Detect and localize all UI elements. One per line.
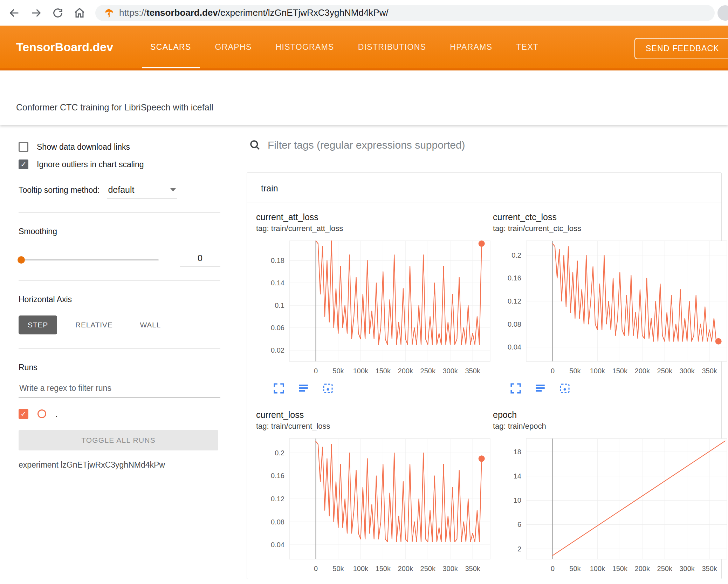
svg-text:250k: 250k bbox=[657, 367, 673, 375]
run-checkbox[interactable] bbox=[19, 409, 28, 419]
chart-title: current_ctc_loss bbox=[493, 212, 728, 222]
svg-text:250k: 250k bbox=[657, 565, 673, 572]
svg-text:200k: 200k bbox=[398, 367, 413, 375]
svg-text:100k: 100k bbox=[590, 367, 605, 375]
run-name: . bbox=[55, 409, 58, 419]
svg-text:100k: 100k bbox=[353, 367, 369, 375]
svg-text:100k: 100k bbox=[353, 565, 369, 572]
axis-wall-button[interactable]: WALL bbox=[131, 315, 170, 334]
filter-tags-input[interactable] bbox=[268, 139, 720, 151]
svg-text:0.08: 0.08 bbox=[508, 320, 521, 328]
chart-current-att-loss: current_att_loss tag: train/current_att_… bbox=[256, 212, 493, 394]
section-title[interactable]: train bbox=[247, 173, 721, 203]
tensorboard-favicon bbox=[104, 8, 114, 18]
profile-avatar[interactable] bbox=[717, 5, 728, 21]
svg-text:200k: 200k bbox=[635, 367, 650, 375]
show-download-links-checkbox[interactable] bbox=[19, 142, 28, 152]
smoothing-slider[interactable] bbox=[19, 259, 159, 260]
tab-graphs[interactable]: GRAPHS bbox=[203, 26, 264, 68]
tab-scalars[interactable]: SCALARS bbox=[138, 26, 203, 68]
svg-text:0.02: 0.02 bbox=[271, 346, 284, 354]
expand-chart-icon[interactable] bbox=[510, 382, 522, 394]
svg-text:14: 14 bbox=[514, 472, 521, 480]
svg-text:300k: 300k bbox=[679, 367, 695, 375]
tab-histograms[interactable]: HISTOGRAMS bbox=[264, 26, 346, 68]
tooltip-sorting-label: Tooltip sorting method: bbox=[19, 185, 99, 195]
experiment-subtitle: Conformer CTC training for LibriSpeech w… bbox=[0, 70, 728, 125]
svg-text:250k: 250k bbox=[420, 565, 436, 572]
svg-text:10: 10 bbox=[514, 496, 521, 504]
show-download-links-label: Show data download links bbox=[37, 142, 130, 152]
svg-text:0.16: 0.16 bbox=[271, 472, 284, 480]
line-chart[interactable]: 050k100k150k200k250k300k350k0.040.080.12… bbox=[256, 436, 493, 579]
fit-domain-icon[interactable] bbox=[559, 382, 571, 394]
brand-title: TensorBoard.dev bbox=[16, 40, 113, 54]
toggle-all-runs-button[interactable]: TOGGLE ALL RUNS bbox=[19, 430, 218, 450]
svg-text:300k: 300k bbox=[442, 565, 458, 572]
line-chart[interactable]: 050k100k150k200k250k300k350k26101418 bbox=[493, 436, 728, 579]
smoothing-value-field[interactable]: 0 bbox=[180, 253, 220, 266]
svg-text:350k: 350k bbox=[465, 367, 480, 375]
chart-tag: tag: train/epoch bbox=[493, 422, 728, 431]
horizontal-axis-label: Horizontal Axis bbox=[19, 295, 242, 304]
chart-tag: tag: train/current_ctc_loss bbox=[493, 224, 728, 233]
svg-text:200k: 200k bbox=[635, 565, 650, 572]
chart-tag: tag: train/current_loss bbox=[256, 422, 493, 431]
svg-text:50k: 50k bbox=[569, 367, 581, 375]
chart-title: current_att_loss bbox=[256, 212, 493, 222]
chart-epoch: epoch tag: train/epoch 050k100k150k200k2… bbox=[493, 410, 728, 579]
back-icon[interactable] bbox=[8, 7, 20, 19]
line-chart[interactable]: 050k100k150k200k250k300k350k0.040.080.12… bbox=[493, 239, 728, 381]
smoothing-slider-thumb[interactable] bbox=[18, 256, 25, 264]
tab-distributions[interactable]: DISTRIBUTIONS bbox=[346, 26, 438, 68]
svg-text:150k: 150k bbox=[376, 367, 391, 375]
svg-text:6: 6 bbox=[517, 521, 521, 528]
runs-filter-input[interactable] bbox=[19, 381, 220, 398]
axis-step-button[interactable]: STEP bbox=[19, 315, 57, 334]
tab-hparams[interactable]: HPARAMS bbox=[438, 26, 504, 68]
refresh-icon[interactable] bbox=[52, 7, 64, 19]
address-bar[interactable]: https://tensorboard.dev/experiment/lzGnE… bbox=[95, 5, 715, 21]
ignore-outliers-checkbox[interactable] bbox=[19, 159, 28, 169]
ignore-outliers-row[interactable]: Ignore outliers in chart scaling bbox=[19, 159, 242, 169]
chart-current-ctc-loss: current_ctc_loss tag: train/current_ctc_… bbox=[493, 212, 728, 394]
svg-text:0.14: 0.14 bbox=[271, 279, 284, 287]
home-icon[interactable] bbox=[74, 7, 85, 19]
svg-text:100k: 100k bbox=[590, 565, 605, 572]
svg-text:250k: 250k bbox=[420, 367, 436, 375]
svg-text:18: 18 bbox=[514, 448, 521, 456]
expand-chart-icon[interactable] bbox=[273, 382, 285, 394]
settings-sidebar: Show data download links Ignore outliers… bbox=[0, 125, 242, 582]
run-color-swatch[interactable] bbox=[37, 409, 46, 418]
axis-relative-button[interactable]: RELATIVE bbox=[66, 315, 122, 334]
send-feedback-button[interactable]: SEND FEEDBACK bbox=[634, 38, 728, 59]
svg-text:0.12: 0.12 bbox=[271, 495, 284, 503]
svg-text:0.1: 0.1 bbox=[275, 301, 284, 309]
svg-text:0: 0 bbox=[314, 367, 318, 375]
fit-domain-icon[interactable] bbox=[322, 382, 334, 394]
svg-text:0: 0 bbox=[551, 565, 555, 572]
forward-icon[interactable] bbox=[30, 7, 42, 19]
line-chart[interactable]: 050k100k150k200k250k300k350k0.020.060.10… bbox=[256, 239, 493, 381]
chart-tag: tag: train/current_att_loss bbox=[256, 224, 493, 233]
data-lines-icon[interactable] bbox=[534, 382, 546, 394]
svg-text:350k: 350k bbox=[465, 565, 480, 572]
svg-text:50k: 50k bbox=[332, 565, 344, 572]
tooltip-sorting-select[interactable]: default bbox=[107, 185, 177, 198]
svg-text:150k: 150k bbox=[612, 565, 628, 572]
svg-text:0.04: 0.04 bbox=[271, 541, 284, 549]
url-scheme: https:// bbox=[119, 7, 146, 18]
tab-text[interactable]: TEXT bbox=[504, 26, 550, 68]
data-lines-icon[interactable] bbox=[297, 382, 309, 394]
svg-text:0: 0 bbox=[551, 367, 555, 375]
show-download-links-row[interactable]: Show data download links bbox=[19, 142, 242, 152]
svg-text:350k: 350k bbox=[702, 367, 717, 375]
chart-title: epoch bbox=[493, 410, 728, 420]
svg-text:0.2: 0.2 bbox=[275, 449, 284, 457]
svg-text:150k: 150k bbox=[376, 565, 391, 572]
svg-text:0.08: 0.08 bbox=[271, 518, 284, 526]
main-nav: SCALARS GRAPHS HISTOGRAMS DISTRIBUTIONS … bbox=[138, 26, 550, 68]
app-header: TensorBoard.dev SCALARS GRAPHS HISTOGRAM… bbox=[0, 26, 728, 70]
svg-text:150k: 150k bbox=[612, 367, 628, 375]
svg-text:0.18: 0.18 bbox=[271, 257, 284, 264]
